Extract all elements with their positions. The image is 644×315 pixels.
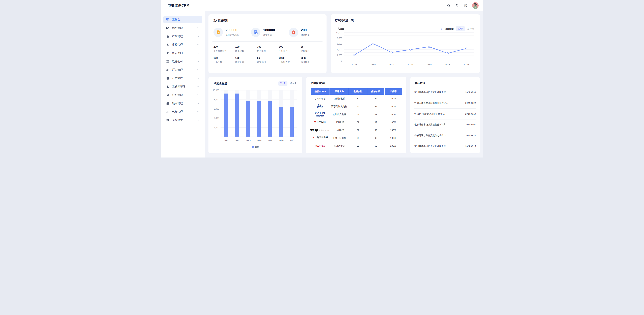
line-plot: 02,0004,0006,0008,00010,00010.0110.0210.… bbox=[336, 31, 474, 66]
svg-text:2,000: 2,000 bbox=[337, 54, 342, 56]
sidebar-item-elevator-company[interactable]: 电梯公司 bbox=[163, 58, 202, 65]
svg-text:10.04: 10.04 bbox=[267, 139, 272, 142]
chevron-down-icon bbox=[197, 27, 200, 29]
mini-stat: 120厂商个数 bbox=[214, 56, 235, 64]
legend-project-count[interactable]: 项目数量 bbox=[440, 27, 454, 30]
chevron-down-icon bbox=[197, 102, 200, 105]
mini-stat: 66监管部门 bbox=[257, 56, 279, 64]
table-row[interactable]: CHRYCE 克菜斯电梯6262100% bbox=[310, 95, 402, 102]
table-header-row: 品牌LOGO 品牌名称 电梯台数 报修次数 报修率 bbox=[310, 88, 402, 95]
sidebar-item-label: 系统设置 bbox=[172, 118, 197, 122]
svg-text:10.03: 10.03 bbox=[245, 139, 250, 142]
sidebar-item-label: 工程师管理 bbox=[172, 85, 197, 88]
table-row[interactable]: XIO LIFT西奥电梯 杭州西奥电梯6262100% bbox=[310, 110, 402, 118]
svg-text:8,000: 8,000 bbox=[214, 98, 219, 101]
chevron-down-icon bbox=[197, 119, 200, 121]
sidebar-item-label: 地图管理 bbox=[172, 26, 197, 30]
sidebar-item-orders[interactable]: 订单管理 bbox=[163, 74, 202, 82]
highlight-amount: 180000 成交金额 bbox=[247, 28, 285, 37]
chevron-down-icon bbox=[197, 52, 200, 54]
factory-icon bbox=[166, 68, 170, 71]
battery-bolt-icon bbox=[289, 28, 298, 37]
table-row[interactable]: HITACHI 日立电梯6262100% bbox=[310, 118, 402, 126]
money-jar-icon: ¥ bbox=[214, 28, 223, 37]
table-row[interactable]: XIZIOTIS 西子的斯奥电梯6262100% bbox=[310, 102, 402, 110]
svg-text:0: 0 bbox=[341, 60, 342, 62]
sidebar-item-elevators[interactable]: 电梯管理 bbox=[163, 108, 202, 115]
sidebar-item-supervision[interactable]: 监管部门 bbox=[163, 49, 202, 57]
sidebar-item-projects[interactable]: 项目管理 bbox=[163, 100, 202, 107]
hitachi-logo: HITACHI bbox=[314, 121, 326, 123]
stat-value: 200 bbox=[301, 28, 310, 32]
highlight-row: ¥ 200000 当月总交易额 180000 成交金额 bbox=[212, 28, 322, 37]
bell-icon[interactable] bbox=[455, 3, 459, 7]
svg-text:10.01: 10.01 bbox=[352, 63, 357, 66]
contract-icon bbox=[166, 93, 170, 97]
line-marker-icon bbox=[440, 28, 444, 30]
search-icon[interactable] bbox=[447, 3, 451, 7]
bar-plot: 02,0004,0006,0008,00010,00010.0110.0210.… bbox=[213, 89, 297, 142]
settings-icon bbox=[166, 118, 170, 122]
news-item[interactable]: 河源市质监局开展电梯准保整治...2024.09.22 bbox=[414, 98, 476, 109]
col-brand-name: 品牌名称 bbox=[330, 88, 349, 95]
sidebar-item-engineers[interactable]: 工程师管理 bbox=[163, 83, 202, 90]
svg-text:6,000: 6,000 bbox=[337, 43, 342, 45]
svg-text:2,000: 2,000 bbox=[214, 126, 219, 129]
news-item[interactable]: 被国电梯不用怕！可呼和叫九江...2024.09.30 bbox=[414, 87, 476, 98]
chevron-down-icon bbox=[197, 85, 200, 88]
sidebar-item-manufacturer[interactable]: 厂家管理 bbox=[163, 66, 202, 73]
y-axis-title: 完成量 bbox=[338, 27, 344, 30]
chevron-down-icon bbox=[197, 43, 200, 46]
svg-text:0: 0 bbox=[218, 136, 219, 138]
sidebar-item-permissions[interactable]: 权限管理 bbox=[163, 33, 202, 40]
sidebar-item-label: 订单管理 bbox=[172, 77, 197, 80]
tab-last-7-days[interactable]: 近7天 bbox=[278, 81, 288, 86]
chevron-down-icon bbox=[197, 110, 200, 113]
table-row[interactable]: 上海三菱电梯SHANGHAI MITSUBISHI ELEVATOR 上海三装电… bbox=[310, 134, 402, 142]
tab-last-30-days[interactable]: 近30天 bbox=[466, 26, 476, 31]
sidebar-item-label: 权限管理 bbox=[172, 35, 197, 38]
svg-text:?: ? bbox=[465, 4, 466, 6]
xizi-otis-logo: XIZIOTIS bbox=[317, 104, 323, 109]
tab-last-7-days[interactable]: 近7天 bbox=[456, 26, 465, 31]
table-row[interactable]: BME宝马电梯（中国）有限公司 宝马电梯6262100% bbox=[310, 126, 402, 134]
tab-last-30-days[interactable]: 近30天 bbox=[288, 81, 298, 86]
news-item[interactable]: 被国电梯不用怕！可呼和叫九江...2024.08.15 bbox=[414, 141, 476, 152]
lock-icon bbox=[166, 35, 170, 38]
range-tabs: 近7天 近30天 bbox=[456, 26, 476, 31]
svg-text:10.03: 10.03 bbox=[389, 63, 394, 66]
top-bar: 电梯维保CRM ? bbox=[161, 0, 483, 11]
sidebar-item-label: 监管部门 bbox=[172, 51, 197, 55]
sidebar-item-dashboard[interactable]: 工作台 bbox=[163, 16, 202, 23]
table-row[interactable]: FUJITEC 华升富士达6262100% bbox=[310, 142, 402, 150]
order-completion-card: 订单完成统计表 完成量 项目数量 近7天 近30天 02,0004,0006,0… bbox=[331, 14, 480, 73]
svg-text:10.07: 10.07 bbox=[464, 63, 469, 66]
stat-label: 订单数量 bbox=[301, 34, 310, 37]
news-list: 被国电梯不用怕！可呼和叫九江...2024.09.30 河源市质监局开展电梯准保… bbox=[414, 87, 476, 152]
svg-text:10.07: 10.07 bbox=[289, 139, 294, 142]
mini-stat: 300巡检单数 bbox=[257, 45, 279, 52]
svg-text:10.01: 10.01 bbox=[224, 139, 228, 142]
elevator-company-icon bbox=[166, 60, 170, 63]
sidebar-item-map[interactable]: 地图管理 bbox=[163, 24, 202, 32]
amount-bar-chart[interactable]: 02,0004,0006,0008,00010,00010.0110.0210.… bbox=[212, 89, 299, 145]
card-header: 成交金额统计 近7天 近30天 bbox=[212, 81, 299, 86]
sidebar-item-contracts[interactable]: 合约管理 bbox=[163, 91, 202, 99]
chryce-logo: CHRYCE bbox=[315, 97, 326, 100]
user-avatar[interactable] bbox=[472, 2, 479, 9]
svg-text:4,000: 4,000 bbox=[214, 117, 219, 119]
sidebar-item-settings[interactable]: 系统设置 bbox=[163, 116, 202, 124]
sidebar-item-label: 合约管理 bbox=[172, 93, 197, 97]
news-item[interactable]: 备战雨季，蒂森克虞伯电梯全力...2024.08.22 bbox=[414, 130, 476, 141]
shanghai-mitsubishi-logo: 上海三菱电梯SHANGHAI MITSUBISHI ELEVATOR bbox=[312, 136, 328, 140]
news-item[interactable]: “电梯产业质量提升推进会”在...2024.09.10 bbox=[414, 109, 476, 119]
help-icon[interactable]: ? bbox=[464, 3, 468, 7]
news-item[interactable]: 电佛维修市场发晨超势分析1旧2024.09.01 bbox=[414, 119, 476, 130]
sidebar-item-label: 电梯公司 bbox=[172, 60, 197, 63]
dashboard-icon bbox=[166, 18, 170, 21]
sidebar-item-review[interactable]: 审核管理 bbox=[163, 41, 202, 48]
svg-text:10.02: 10.02 bbox=[370, 63, 376, 66]
chevron-down-icon bbox=[197, 35, 200, 38]
order-line-chart[interactable]: 02,0004,0006,0008,00010,00010.0110.0210.… bbox=[335, 31, 476, 67]
document-check-icon bbox=[251, 28, 260, 37]
